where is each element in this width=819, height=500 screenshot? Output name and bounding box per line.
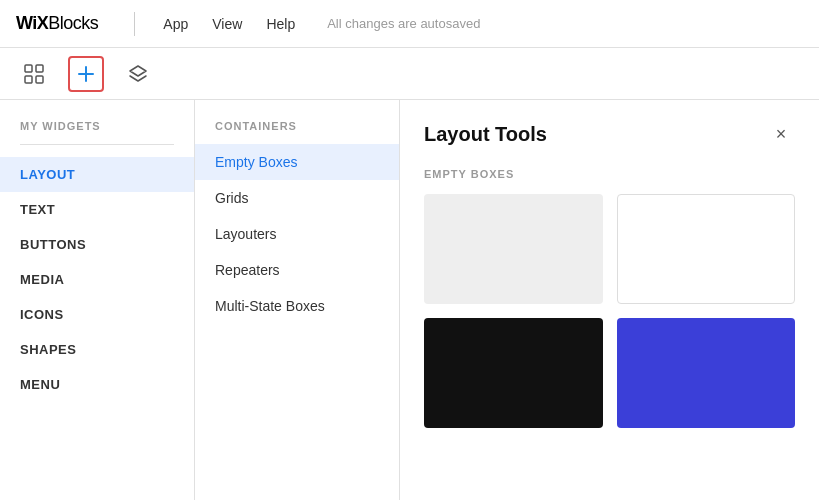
box-light-gray[interactable] xyxy=(424,194,603,304)
toolbar xyxy=(0,48,819,100)
svg-rect-1 xyxy=(36,65,43,72)
left-sidebar: MY WIDGETS LAYOUT TEXT BUTTONS MEDIA ICO… xyxy=(0,100,195,500)
panel-item-grids[interactable]: Grids xyxy=(195,180,399,216)
sidebar-title: MY WIDGETS xyxy=(0,120,194,144)
right-panel-title: Layout Tools xyxy=(424,123,547,146)
autosave-status: All changes are autosaved xyxy=(327,16,480,31)
sidebar-item-shapes[interactable]: SHAPES xyxy=(0,332,194,367)
main-area: MY WIDGETS LAYOUT TEXT BUTTONS MEDIA ICO… xyxy=(0,100,819,500)
logo: WiXBlocks xyxy=(16,13,98,34)
nav-view[interactable]: View xyxy=(212,16,242,32)
svg-rect-2 xyxy=(25,76,32,83)
panel-item-layouters[interactable]: Layouters xyxy=(195,216,399,252)
right-panel: Layout Tools × EMPTY BOXES xyxy=(400,100,819,500)
box-white[interactable] xyxy=(617,194,796,304)
sidebar-divider xyxy=(20,144,174,145)
box-blue[interactable] xyxy=(617,318,796,428)
logo-blocks: Blocks xyxy=(48,13,98,34)
nav-help[interactable]: Help xyxy=(266,16,295,32)
panel-item-empty-boxes[interactable]: Empty Boxes xyxy=(195,144,399,180)
panel-category: CONTAINERS xyxy=(195,120,399,144)
logo-wix: WiX xyxy=(16,13,48,34)
add-button[interactable] xyxy=(68,56,104,92)
boxes-grid xyxy=(424,194,795,428)
right-panel-header: Layout Tools × xyxy=(424,120,795,148)
close-button[interactable]: × xyxy=(767,120,795,148)
sidebar-item-media[interactable]: MEDIA xyxy=(0,262,194,297)
top-nav: WiXBlocks App View Help All changes are … xyxy=(0,0,819,48)
nav-divider xyxy=(134,12,135,36)
middle-panel: CONTAINERS Empty Boxes Grids Layouters R… xyxy=(195,100,400,500)
sidebar-item-icons[interactable]: ICONS xyxy=(0,297,194,332)
panel-item-repeaters[interactable]: Repeaters xyxy=(195,252,399,288)
nav-app[interactable]: App xyxy=(163,16,188,32)
box-black[interactable] xyxy=(424,318,603,428)
panel-item-multi-state[interactable]: Multi-State Boxes xyxy=(195,288,399,324)
layers-button[interactable] xyxy=(120,56,156,92)
widgets-button[interactable] xyxy=(16,56,52,92)
sidebar-item-layout[interactable]: LAYOUT xyxy=(0,157,194,192)
sidebar-item-text[interactable]: TEXT xyxy=(0,192,194,227)
sidebar-item-menu[interactable]: MENU xyxy=(0,367,194,402)
svg-rect-3 xyxy=(36,76,43,83)
section-label: EMPTY BOXES xyxy=(424,168,795,180)
sidebar-item-buttons[interactable]: BUTTONS xyxy=(0,227,194,262)
svg-rect-0 xyxy=(25,65,32,72)
nav-menu: App View Help xyxy=(163,16,295,32)
